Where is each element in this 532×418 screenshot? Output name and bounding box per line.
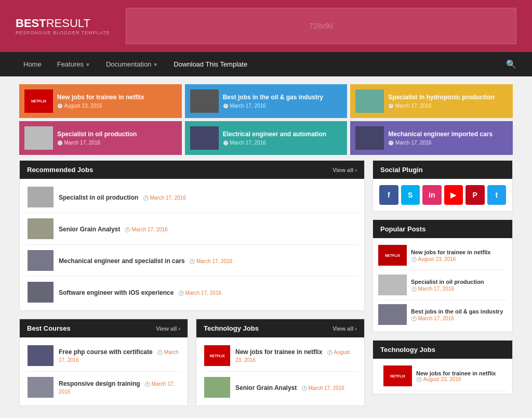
instagram-icon[interactable]: in	[422, 185, 442, 205]
featured-title-4: Specialist in oil production	[57, 130, 177, 139]
best-courses-title: Best Courses	[27, 324, 71, 332]
pop-title-2: Specialist in oil production	[411, 278, 507, 285]
pop-item-1[interactable]: NETFLIX New jobs for trainee in netflix …	[378, 241, 507, 270]
tech-jobs-sidebar-list: NETFLIX New jobs for trainee in netflix …	[373, 359, 512, 394]
pop-thumb-2	[378, 275, 407, 295]
youtube-icon[interactable]: ▶	[444, 185, 463, 205]
bottom-grid: Best Courses View all › Free php course …	[19, 319, 365, 406]
featured-card-1[interactable]: NETFLIX New jobs for trainee in netflix …	[19, 84, 182, 118]
job-date-3: March 17, 2016	[189, 258, 232, 264]
job-date-1: March 17, 2016	[143, 195, 186, 201]
job-thumb-2	[28, 218, 54, 239]
social-plugin-header: Social Plugin	[373, 161, 512, 179]
job-date-2: March 17, 2016	[125, 227, 168, 232]
main-container: NETFLIX New jobs for trainee in netflix …	[11, 76, 521, 418]
thumb-1: NETFLIX	[24, 89, 53, 113]
featured-card-5[interactable]: Electrical engineer and automation March…	[185, 121, 348, 155]
featured-title-6: Mechanical engineer imported cars	[388, 130, 508, 139]
logo-subtitle: RESPONSIVE BLOGGER TEMPLATE	[16, 30, 110, 35]
featured-title-5: Electrical engineer and automation	[223, 130, 342, 139]
nav-features[interactable]: Features▼	[49, 53, 98, 75]
best-courses-header: Best Courses View all ›	[20, 319, 188, 337]
ad-banner: 728x90	[126, 8, 516, 44]
featured-title-3: Specialist in hydroponic production	[388, 94, 508, 102]
nav-home[interactable]: Home	[16, 53, 49, 75]
job-date-4: March 17, 2016	[178, 290, 221, 296]
job-thumb-3	[28, 250, 54, 271]
recommended-jobs-view-all[interactable]: View all ›	[332, 167, 357, 173]
sidebar: Social Plugin f S in ▶ P t Popular Posts	[373, 160, 513, 414]
popular-posts-list: NETFLIX New jobs for trainee in netflix …	[373, 238, 512, 332]
featured-date-2: March 17, 2016	[223, 103, 342, 109]
job-item-3[interactable]: Mechanical engineer and specialist in ca…	[25, 245, 359, 277]
twitter-icon[interactable]: t	[487, 185, 507, 205]
course-item-1[interactable]: Free php course with certificate March 1…	[25, 340, 182, 372]
featured-date-1: August 23, 2016	[57, 103, 177, 109]
tech-jobs-sidebar-title: Technology Jobs	[380, 346, 435, 354]
recommended-jobs-title: Recommended Jobs	[27, 166, 93, 174]
tech-title-1: New jobs for trainee in netflix	[235, 348, 322, 356]
pop-item-3[interactable]: Best jobs in the oil & gas industry Marc…	[378, 300, 507, 329]
featured-date-4: March 17, 2016	[57, 140, 177, 146]
featured-card-2[interactable]: Best jobs in the oil & gas industry Marc…	[185, 84, 348, 118]
tech-jobs-sidebar-box: Technology Jobs NETFLIX New jobs for tra…	[373, 340, 513, 394]
best-courses-view-all[interactable]: View all ›	[156, 325, 180, 332]
best-courses-box: Best Courses View all › Free php course …	[19, 319, 188, 406]
featured-card-3[interactable]: Specialist in hydroponic production Marc…	[350, 84, 513, 118]
featured-card-6[interactable]: Mechanical engineer imported cars March …	[350, 121, 513, 155]
featured-date-6: March 17, 2016	[388, 140, 508, 146]
course-item-2[interactable]: Responsive design training March 17, 201…	[25, 372, 182, 403]
recommended-jobs-box: Recommended Jobs View all › Specialist i…	[19, 160, 365, 311]
tech-jobs-title: Technology Jobs	[204, 324, 259, 332]
job-thumb-1	[28, 187, 54, 207]
facebook-icon[interactable]: f	[379, 185, 398, 205]
site-header: BESTRESULT RESPONSIVE BLOGGER TEMPLATE 7…	[0, 0, 532, 52]
featured-date-5: March 17, 2016	[223, 140, 342, 146]
job-item-2[interactable]: Senior Grain Analyst March 17, 2016	[25, 213, 359, 245]
features-arrow: ▼	[85, 62, 90, 68]
featured-card-4[interactable]: Specialist in oil production March 17, 2…	[19, 121, 182, 155]
tech-thumb-1: NETFLIX	[204, 345, 230, 366]
job-item-4[interactable]: Software engineer with iOS experience Ma…	[25, 277, 359, 308]
main-nav: Home Features▼ Documentation▼ Download T…	[0, 52, 532, 76]
tech-sidebar-item-1[interactable]: NETFLIX New jobs for trainee in netflix …	[378, 361, 507, 391]
pop-date-1: August 23, 2016	[411, 256, 507, 262]
job-title-3: Mechanical engineer and specialist in ca…	[59, 257, 185, 265]
pop-item-2[interactable]: Specialist in oil production March 17, 2…	[378, 270, 507, 300]
main-column: Recommended Jobs View all › Specialist i…	[19, 160, 365, 414]
thumb-4	[24, 126, 53, 150]
pop-date-2: March 17, 2016	[411, 286, 507, 292]
thumb-3	[355, 89, 384, 113]
tech-jobs-view-all[interactable]: View all ›	[332, 325, 357, 332]
tech-list: NETFLIX New jobs for trainee in netflix …	[196, 337, 364, 406]
course-thumb-2	[28, 377, 54, 398]
pop-title-1: New jobs for trainee in netflix	[411, 249, 507, 256]
featured-date-3: March 17, 2016	[388, 103, 508, 109]
popular-posts-header: Popular Posts	[373, 220, 512, 238]
tech-date-2: March 17, 2016	[301, 385, 344, 391]
featured-grid: NETFLIX New jobs for trainee in netflix …	[19, 84, 513, 155]
nav-documentation[interactable]: Documentation▼	[98, 53, 166, 75]
pop-thumb-3	[378, 304, 407, 325]
job-item-1[interactable]: Specialist in oil production March 17, 2…	[25, 181, 359, 213]
course-title-2: Responsive design training	[59, 380, 140, 387]
course-title-1: Free php course with certificate	[59, 348, 153, 356]
tech-sidebar-date-1: August 23, 2016	[416, 376, 496, 382]
skype-icon[interactable]: S	[401, 185, 420, 205]
nav-download[interactable]: Download This Template	[166, 53, 255, 75]
featured-title-2: Best jobs in the oil & gas industry	[223, 94, 342, 102]
courses-list: Free php course with certificate March 1…	[20, 337, 188, 406]
two-col-layout: Recommended Jobs View all › Specialist i…	[19, 160, 513, 414]
tech-jobs-header: Technology Jobs View all ›	[196, 319, 364, 337]
tech-item-1[interactable]: NETFLIX New jobs for trainee in netflix …	[202, 340, 359, 372]
pop-title-3: Best jobs in the oil & gas industry	[411, 308, 507, 315]
thumb-5	[190, 126, 219, 150]
technology-jobs-box: Technology Jobs View all › NETFLIX New j…	[196, 319, 365, 406]
tech-jobs-sidebar-header: Technology Jobs	[373, 341, 512, 359]
tech-item-2[interactable]: Senior Grain Analyst March 17, 2016	[202, 372, 359, 403]
job-title-4: Software engineer with iOS experience	[59, 289, 174, 296]
social-plugin-title: Social Plugin	[380, 166, 423, 174]
search-icon[interactable]: 🔍	[506, 52, 516, 76]
job-title-1: Specialist in oil production	[59, 194, 138, 201]
pinterest-icon[interactable]: P	[466, 185, 485, 205]
